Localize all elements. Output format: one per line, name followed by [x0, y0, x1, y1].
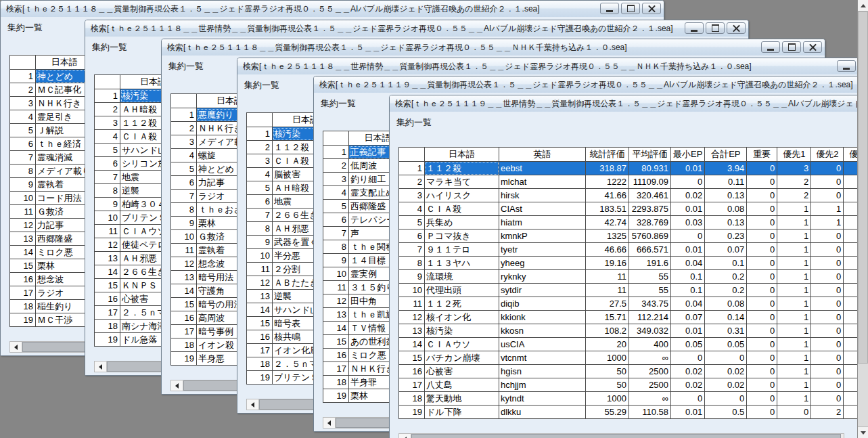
table-cell[interactable]: バチカン崩壊 — [425, 351, 499, 365]
row-number-cell[interactable]: 18 — [171, 338, 197, 352]
column-header[interactable]: 合計EP — [705, 148, 747, 162]
table-cell[interactable]: 0 — [747, 406, 777, 419]
table-cell[interactable]: 0.02 — [705, 365, 747, 378]
row-number-cell[interactable]: 16 — [95, 292, 120, 306]
table-cell[interactable]: 328.769 — [629, 216, 671, 229]
table-cell[interactable]: 0 — [811, 311, 844, 324]
column-header[interactable]: 英語 — [499, 148, 586, 162]
table-cell[interactable]: tyetr — [499, 243, 586, 257]
table-cell[interactable]: 代理出頭 — [425, 284, 499, 297]
table-cell[interactable]: usCIA — [499, 338, 586, 351]
table-cell[interactable]: kkionk — [499, 311, 586, 324]
table-cell[interactable]: 666.571 — [629, 243, 671, 257]
table-cell[interactable]: 0.03 — [671, 216, 705, 229]
row-number-cell[interactable]: 4 — [95, 130, 120, 144]
minimize-button[interactable] — [837, 60, 856, 72]
table-cell[interactable]: 0 — [747, 202, 777, 216]
table-cell[interactable]: 11109.09 — [629, 175, 671, 189]
table-row[interactable]: 4霊足引き — [10, 110, 94, 124]
table-cell[interactable]: 0 — [747, 189, 777, 202]
table-cell[interactable]: 0.05 — [705, 338, 747, 351]
table-cell[interactable]: 46.66 — [586, 243, 629, 257]
table-cell[interactable]: 0 — [811, 297, 844, 311]
row-number-cell[interactable]: 16 — [10, 273, 36, 286]
row-number-cell[interactable]: 11 — [399, 297, 425, 311]
scroll-left-button[interactable] — [171, 380, 183, 391]
table-cell[interactable]: 1 — [777, 324, 811, 338]
table-cell[interactable]: 5760.869 — [629, 229, 671, 243]
table-row[interactable]: 15栗林 — [10, 259, 94, 273]
table-cell[interactable]: 0 — [747, 284, 777, 297]
row-number-cell[interactable]: 6 — [323, 213, 349, 227]
table-cell[interactable]: 0 — [811, 175, 844, 189]
row-number-cell[interactable]: 13 — [323, 308, 349, 322]
table-cell[interactable]: 27.5 — [586, 297, 629, 311]
row-number-cell[interactable]: 17 — [323, 362, 349, 376]
minimize-button[interactable] — [600, 3, 619, 14]
table-cell[interactable]: 0 — [747, 216, 777, 229]
table-cell[interactable]: 0.08 — [705, 202, 747, 216]
row-number-cell[interactable]: 1 — [10, 70, 36, 83]
table-cell[interactable]: kkosn — [499, 324, 586, 338]
row-number-cell[interactable]: 1 — [95, 89, 120, 103]
table-cell[interactable]: eebst — [499, 162, 586, 175]
title-bar[interactable]: 検索[ｔｈｅ２５１１１８＿＿質量制御再現公表１．５＿＿ジェド霊界ラジオ再現０．５… — [162, 39, 825, 56]
row-number-cell[interactable]: 16 — [247, 330, 273, 344]
row-number-cell[interactable]: 12 — [10, 219, 36, 232]
table-cell[interactable]: 0 — [747, 392, 777, 406]
row-number-cell[interactable]: 13 — [171, 271, 197, 284]
row-number-cell[interactable]: 15 — [171, 298, 197, 311]
table-row[interactable]: 14ＣＩＡウソusCIA204000.050.05010 — [399, 338, 868, 351]
row-number-cell[interactable]: 1 — [247, 127, 273, 141]
table-row[interactable]: 10コード用法 — [10, 192, 94, 205]
vertical-scrollbar[interactable] — [857, 0, 868, 438]
row-number-cell[interactable]: 12 — [247, 276, 273, 290]
column-header[interactable]: 日本語 — [425, 148, 499, 162]
row-number-cell[interactable]: 19 — [323, 389, 349, 403]
row-number-cell[interactable]: 5 — [247, 181, 273, 195]
table-cell[interactable]: 2 — [777, 175, 811, 189]
close-button[interactable] — [803, 41, 822, 53]
row-number-cell[interactable]: 9 — [247, 236, 273, 249]
horizontal-scrollbar[interactable] — [398, 433, 844, 438]
table-row[interactable]: 2ＭＣ記事化 — [10, 83, 94, 97]
maximize-button[interactable] — [782, 41, 801, 53]
row-number-cell[interactable]: 5 — [399, 216, 425, 229]
row-number-cell[interactable]: 6 — [171, 176, 197, 190]
row-number-cell[interactable]: 17 — [171, 325, 197, 338]
table-row[interactable]: 12力記事 — [10, 219, 94, 232]
table-row[interactable]: 14ミロク悪 — [10, 246, 94, 259]
row-number-cell[interactable]: 4 — [10, 110, 36, 124]
table-cell[interactable]: 流環境 — [425, 270, 499, 284]
scrollbar-thumb[interactable] — [22, 342, 91, 352]
table-cell[interactable]: 11 — [586, 270, 629, 284]
table-cell[interactable]: 1 — [777, 229, 811, 243]
row-number-cell[interactable]: 16 — [171, 311, 197, 325]
row-number-cell[interactable]: 11 — [10, 205, 36, 219]
table-cell[interactable]: 0.01 — [671, 202, 705, 216]
table-cell[interactable]: 0 — [811, 365, 844, 378]
row-number-cell[interactable]: 3 — [171, 135, 197, 149]
row-number-cell[interactable]: 8 — [247, 222, 273, 236]
row-number-cell[interactable]: 12 — [171, 257, 197, 271]
row-number-cell[interactable]: 9 — [95, 198, 120, 211]
table-cell[interactable]: 0 — [811, 270, 844, 284]
table-cell[interactable]: 349.032 — [629, 324, 671, 338]
column-header[interactable]: 最小EP — [671, 148, 705, 162]
title-bar[interactable]: 検索[ｔｈｅ２５１１１９＿＿世界情勢＿＿質量制御再現公表１．５＿＿ジェド霊界ラジ… — [390, 95, 868, 112]
table-row[interactable]: 6Ｐコマ抜きkmnkP13255760.86900.23010 — [399, 229, 868, 243]
table-cell[interactable]: 0 — [811, 189, 844, 202]
row-number-cell[interactable]: 9 — [323, 254, 349, 267]
table-cell[interactable]: ＣＩＡウソ — [425, 338, 499, 351]
row-number-cell[interactable]: 13 — [399, 324, 425, 338]
table-cell[interactable]: 1000 — [586, 392, 629, 406]
scroll-left-button[interactable] — [95, 362, 107, 372]
table-row[interactable]: 12核イオン化kkionk15.71112.2140.070.14010 — [399, 311, 868, 324]
scroll-left-button[interactable] — [247, 399, 259, 410]
table-row[interactable]: 6ｔｈｅ経済 — [10, 137, 94, 151]
table-cell[interactable]: hgisn — [499, 365, 586, 378]
row-number-cell[interactable]: 12 — [323, 294, 349, 308]
table-cell[interactable]: 驚天動地 — [425, 392, 499, 406]
row-number-cell[interactable]: 10 — [323, 267, 349, 281]
table-row[interactable]: 2マラキ当てmlchat122211109.0900.11020 — [399, 175, 868, 189]
